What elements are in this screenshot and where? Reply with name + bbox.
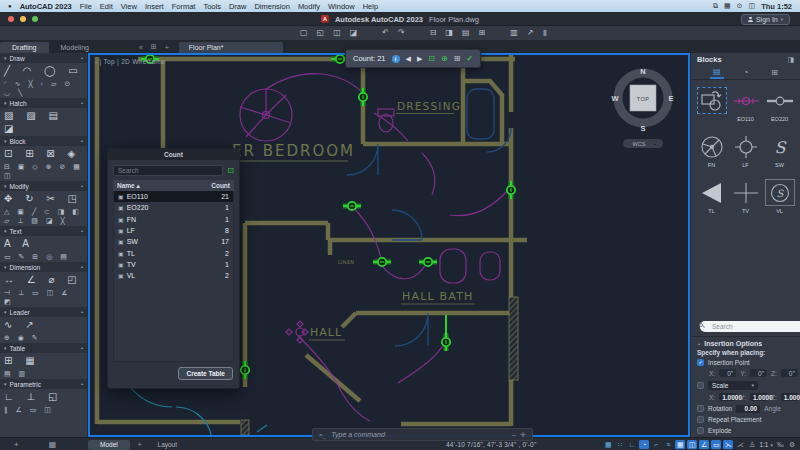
- add-palette-icon[interactable]: +: [14, 440, 19, 449]
- palette-section-header[interactable]: ▾ Leader •: [0, 307, 87, 317]
- palette-tools-row[interactable]: ╱ ◠ ◯ ▭: [0, 63, 87, 78]
- section-options-icon[interactable]: •: [81, 345, 83, 351]
- control-center-icon[interactable]: ▦: [724, 2, 731, 10]
- chevron-down-icon[interactable]: ⌄: [697, 340, 701, 346]
- count-palette-title[interactable]: Count: [108, 149, 239, 160]
- export-icon[interactable]: ⊞: [478, 29, 485, 37]
- block-cell-current[interactable]: [695, 87, 728, 123]
- y0-field[interactable]: 0": [750, 369, 767, 377]
- section-options-icon[interactable]: •: [81, 138, 83, 144]
- menu-item[interactable]: Window: [328, 2, 355, 11]
- blocks-search-input[interactable]: [700, 321, 800, 332]
- ortho-mode-icon[interactable]: ∟: [627, 440, 637, 450]
- count-table-row[interactable]: ▣ LF 8: [114, 225, 233, 236]
- create-table-button[interactable]: Create Table: [178, 367, 233, 380]
- save-as-icon[interactable]: ◪: [350, 29, 358, 37]
- annotation-monitor-icon[interactable]: ⋌: [735, 440, 745, 450]
- palette-tools-row-small[interactable]: ∥ ∠ ▭ ◫: [0, 404, 87, 415]
- properties-icon[interactable]: ▥: [510, 29, 518, 37]
- command-input-placeholder[interactable]: Type a command: [331, 431, 385, 438]
- polar-tracking-icon[interactable]: ∠: [699, 440, 709, 450]
- section-options-icon[interactable]: •: [81, 55, 83, 61]
- x0-field[interactable]: 0": [719, 369, 736, 377]
- count-table-row[interactable]: ▣ TV 1: [114, 259, 233, 270]
- block-cell-lf[interactable]: LF: [729, 133, 762, 169]
- previous-instance-icon[interactable]: ◀: [406, 55, 411, 63]
- palette-tools-row[interactable]: ∟ ⊥ ◱: [0, 389, 87, 404]
- palette-tools-row-small[interactable]: ⊣ ⊥ ▭ ◫ ∡ ◩: [0, 287, 87, 307]
- explode-checkbox[interactable]: [697, 427, 704, 434]
- z0-field[interactable]: 0": [781, 369, 798, 377]
- count-table-row[interactable]: ▣ EO110 21: [114, 191, 233, 202]
- block-cell-sw[interactable]: S SW: [763, 133, 796, 169]
- grid-display-icon[interactable]: ∷: [615, 440, 625, 450]
- palette-tools-row[interactable]: ⊞ ▦: [0, 353, 87, 368]
- palette-tools-row[interactable]: ✥ ↻ ✂ ◳: [0, 191, 87, 206]
- block-cell-vl[interactable]: S VL: [763, 179, 796, 215]
- palette-tools-row-small[interactable]: △ ▣ ╱ ⊂ ◨ ◧ ▱ ⊥ ▨ ◪ ╳: [0, 206, 87, 226]
- rotation-checkbox[interactable]: [697, 405, 704, 412]
- screen-mirroring-icon[interactable]: ⊙: [737, 2, 743, 10]
- x-scale-field[interactable]: 1.0000: [719, 393, 736, 401]
- palette-section-header[interactable]: ▾ Block •: [0, 136, 87, 146]
- model-tab[interactable]: Model: [88, 440, 130, 450]
- section-options-icon[interactable]: •: [81, 264, 83, 270]
- palette-settings-icon[interactable]: ▦: [49, 440, 57, 449]
- sign-in-button[interactable]: Sign In ▾: [741, 14, 790, 25]
- viewport-controls[interactable]: - | Top | 2D Wireframe: [95, 58, 165, 65]
- menu-item[interactable]: Modify: [298, 2, 320, 11]
- plot-icon[interactable]: ⊟: [430, 29, 437, 37]
- customization-gear-icon[interactable]: ⚙: [788, 440, 798, 450]
- menu-item[interactable]: Help: [363, 2, 378, 11]
- tab-modeling[interactable]: Modeling: [49, 42, 101, 53]
- block-cell-tl[interactable]: TL: [695, 179, 728, 215]
- command-options-icon[interactable]: ✛: [521, 431, 526, 439]
- palette-section-header[interactable]: ▾ Hatch •: [0, 98, 87, 108]
- undo-icon[interactable]: ↶: [382, 29, 389, 37]
- menu-item[interactable]: Tools: [203, 2, 221, 11]
- count-table-row[interactable]: ▣ EO220 1: [114, 202, 233, 213]
- viewcube[interactable]: N W E S TOP WCS ⌄: [610, 57, 676, 151]
- palette-tools-row-small[interactable]: ▤ ▥: [0, 368, 87, 379]
- new-layout-icon[interactable]: +: [138, 441, 142, 448]
- tab-current-drawing-icon[interactable]: ▤: [710, 66, 724, 79]
- count-selection-icon[interactable]: ⊡: [227, 166, 234, 175]
- app-menu[interactable]: AutoCAD 2023: [20, 2, 72, 11]
- block-cell-eo220[interactable]: EO220: [763, 87, 796, 123]
- y-scale-field[interactable]: 1.0000: [750, 393, 767, 401]
- count-table-row[interactable]: ▣ SW 17: [114, 236, 233, 247]
- qnew-icon[interactable]: ▢: [300, 29, 308, 37]
- section-options-icon[interactable]: •: [81, 228, 83, 234]
- palette-tools-row[interactable]: ▨ ▨ ▤ ◪: [0, 108, 87, 136]
- scale-checkbox[interactable]: [697, 382, 704, 389]
- tab-overview-icon[interactable]: ⊞: [147, 41, 161, 53]
- tab-libraries-icon[interactable]: ⊞: [768, 67, 781, 78]
- collapse-tabs-icon[interactable]: «: [135, 42, 147, 53]
- page-setup-icon[interactable]: ▤: [462, 29, 470, 37]
- rotation-field[interactable]: 0.00: [736, 405, 760, 413]
- count-table-row[interactable]: ▣ FN 1: [114, 214, 233, 225]
- palette-section-header[interactable]: ▾ Table •: [0, 343, 87, 353]
- annotation-scale-icon[interactable]: ‰: [776, 440, 786, 450]
- share-icon[interactable]: ↗: [527, 29, 534, 37]
- isometric-drafting-icon[interactable]: ◔: [639, 440, 649, 450]
- menu-item[interactable]: Format: [172, 2, 196, 11]
- recent-commands-icon[interactable]: –: [512, 431, 516, 439]
- palette-tools-row[interactable]: ⊡ ⊞ ⊠ ◈: [0, 146, 87, 161]
- palette-section-header[interactable]: ▾ Text •: [0, 226, 87, 236]
- palette-section-header[interactable]: ▾ Modify •: [0, 181, 87, 191]
- save-icon[interactable]: ◫: [333, 29, 341, 37]
- palette-tools-row-small[interactable]: ⊟ ▣ ◇ ⊗ ⊘ ▦ ◫: [0, 161, 87, 181]
- block-cell-fn[interactable]: FN: [695, 133, 728, 169]
- lineweight-icon[interactable]: ▭: [711, 440, 721, 450]
- menu-item[interactable]: Edit: [100, 2, 113, 11]
- battery-icon[interactable]: ◫: [749, 2, 756, 10]
- palette-section-header[interactable]: ▾ Parametric •: [0, 379, 87, 389]
- menu-item[interactable]: File: [80, 2, 92, 11]
- insertion-point-checkbox[interactable]: ✓: [697, 359, 704, 366]
- object-snap-settings-icon[interactable]: ▦: [675, 440, 685, 450]
- count-search-input[interactable]: [113, 165, 223, 176]
- tab-drafting[interactable]: Drafting: [0, 42, 49, 53]
- palette-tools-row-small[interactable]: ◜ ∿ ╳ ◦ ▱ ⊙ ◡ ╲: [0, 78, 87, 98]
- menu-clock[interactable]: Thu 1:52: [761, 2, 792, 11]
